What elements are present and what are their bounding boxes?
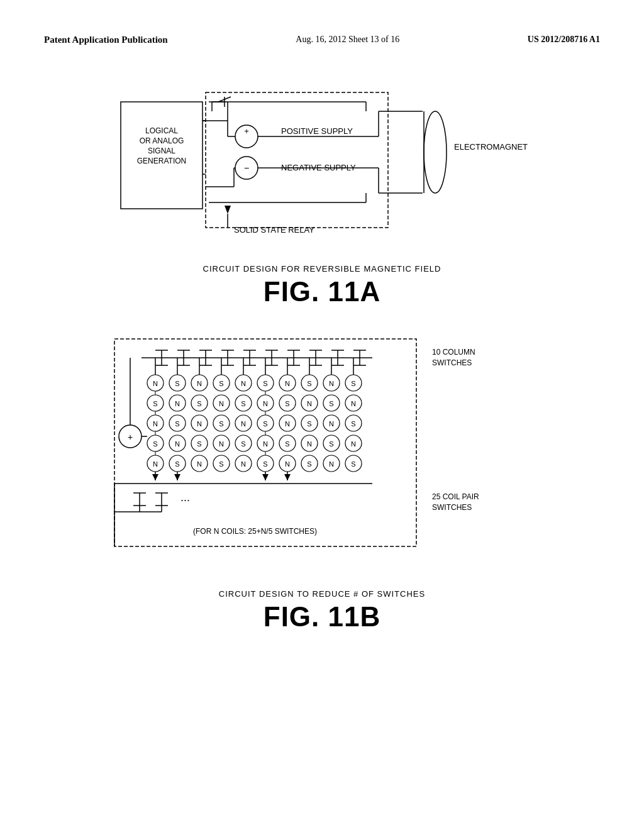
svg-text:N: N [329, 380, 334, 387]
svg-text:N: N [175, 400, 180, 407]
svg-text:S: S [351, 460, 355, 468]
svg-text:S: S [329, 440, 333, 448]
svg-text:S: S [219, 380, 223, 387]
diagram-11b-container: + [44, 333, 600, 584]
fig-11b-section: + [44, 333, 600, 633]
svg-text:S: S [175, 460, 179, 468]
svg-text:N: N [351, 440, 356, 448]
svg-text:...: ... [180, 491, 190, 504]
svg-text:SWITCHES: SWITCHES [432, 503, 472, 512]
diagram-11a-svg: LOGICAL OR ANALOG SIGNAL GENERATION + PO… [102, 64, 542, 259]
fig-11a-caption-main: FIG. 11A [44, 276, 600, 307]
fig-11b-caption-main: FIG. 11B [44, 601, 600, 633]
svg-text:S: S [241, 400, 245, 407]
svg-text:SOLID STATE RELAY: SOLID STATE RELAY [234, 225, 314, 235]
svg-point-23 [424, 111, 447, 193]
svg-rect-0 [121, 102, 203, 209]
svg-text:N: N [175, 440, 180, 448]
svg-text:GENERATION: GENERATION [137, 157, 186, 165]
svg-text:N: N [307, 400, 312, 407]
svg-text:N: N [263, 440, 268, 448]
svg-text:N: N [197, 460, 202, 468]
svg-text:S: S [197, 400, 201, 407]
svg-text:SIGNAL: SIGNAL [148, 147, 175, 155]
svg-text:S: S [285, 440, 289, 448]
svg-text:(FOR N COILS: 25+N/5 SWITCHES): (FOR N COILS: 25+N/5 SWITCHES) [193, 527, 317, 536]
svg-text:S: S [263, 380, 267, 387]
svg-text:S: S [351, 380, 355, 387]
svg-text:N: N [197, 380, 202, 387]
svg-text:N: N [285, 420, 290, 428]
svg-text:N: N [219, 400, 224, 407]
svg-text:N: N [153, 460, 158, 468]
svg-text:S: S [351, 420, 355, 428]
svg-text:S: S [263, 420, 267, 428]
svg-text:S: S [285, 400, 289, 407]
svg-text:N: N [241, 460, 246, 468]
svg-text:OR ANALOG: OR ANALOG [140, 136, 184, 145]
svg-text:N: N [153, 420, 158, 428]
content: LOGICAL OR ANALOG SIGNAL GENERATION + PO… [0, 52, 644, 670]
svg-text:SWITCHES: SWITCHES [432, 358, 472, 367]
svg-text:S: S [175, 380, 179, 387]
fig-11b-caption-sub: CIRCUIT DESIGN TO REDUCE # OF SWITCHES [44, 589, 600, 599]
svg-text:N: N [153, 380, 158, 387]
header-right: US 2012/208716 A1 [528, 35, 600, 45]
svg-text:ELECTROMAGNET: ELECTROMAGNET [454, 142, 528, 152]
header-left: Patent Application Publication [44, 35, 168, 45]
page: Patent Application Publication Aug. 16, … [0, 0, 644, 830]
svg-text:S: S [307, 420, 311, 428]
svg-text:S: S [307, 460, 311, 468]
svg-text:S: S [153, 400, 157, 407]
header-center: Aug. 16, 2012 Sheet 13 of 16 [296, 35, 399, 45]
diagram-11a-container: LOGICAL OR ANALOG SIGNAL GENERATION + PO… [44, 64, 600, 259]
svg-rect-5 [206, 92, 388, 228]
svg-text:N: N [351, 400, 356, 407]
svg-text:S: S [197, 440, 201, 448]
svg-text:N: N [329, 460, 334, 468]
svg-text:25 COIL PAIR: 25 COIL PAIR [432, 492, 479, 501]
svg-text:POSITIVE SUPPLY: POSITIVE SUPPLY [281, 126, 353, 136]
svg-text:10 COLUMN: 10 COLUMN [432, 348, 475, 357]
svg-text:S: S [219, 420, 223, 428]
svg-text:+: + [128, 432, 133, 442]
svg-text:S: S [241, 440, 245, 448]
svg-text:S: S [263, 460, 267, 468]
header: Patent Application Publication Aug. 16, … [0, 0, 644, 52]
svg-text:N: N [307, 440, 312, 448]
svg-text:LOGICAL: LOGICAL [145, 126, 178, 135]
svg-text:N: N [285, 380, 290, 387]
svg-text:N: N [241, 380, 246, 387]
svg-text:S: S [153, 440, 157, 448]
fig-11a-section: LOGICAL OR ANALOG SIGNAL GENERATION + PO… [44, 64, 600, 307]
svg-text:N: N [219, 440, 224, 448]
svg-text:S: S [307, 380, 311, 387]
svg-text:N: N [285, 460, 290, 468]
svg-text:+: + [244, 126, 249, 136]
diagram-11b-svg: + [96, 333, 548, 584]
svg-text:−: − [244, 163, 249, 173]
svg-text:N: N [241, 420, 246, 428]
svg-text:N: N [329, 420, 334, 428]
svg-text:S: S [219, 460, 223, 468]
fig-11a-caption-sub: CIRCUIT DESIGN FOR REVERSIBLE MAGNETIC F… [44, 264, 600, 274]
svg-text:S: S [329, 400, 333, 407]
svg-text:N: N [263, 400, 268, 407]
svg-text:S: S [175, 420, 179, 428]
svg-marker-33 [225, 206, 231, 214]
svg-text:N: N [197, 420, 202, 428]
